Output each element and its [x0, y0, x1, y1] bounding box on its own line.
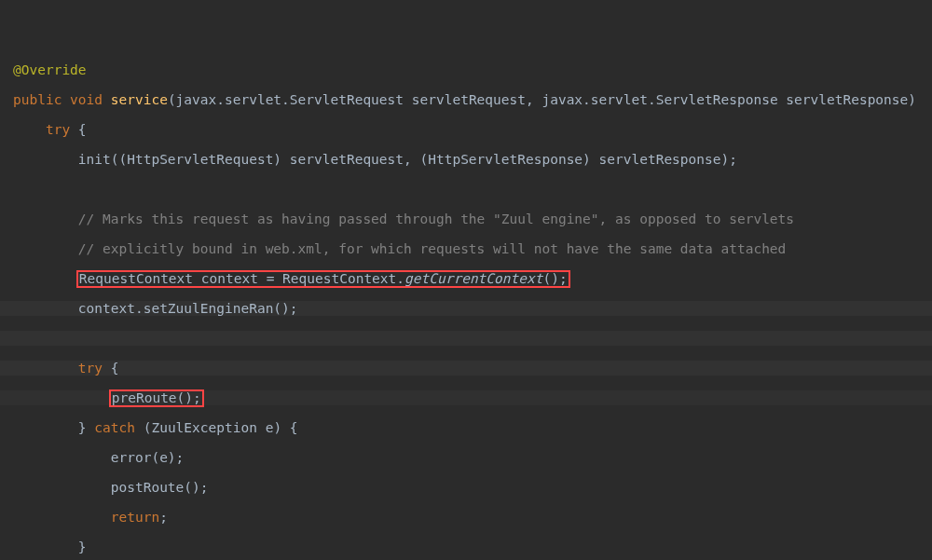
code-line: public void service(javax.servlet.Servle…: [0, 92, 932, 107]
code-editor[interactable]: @Override public void service(javax.serv…: [0, 48, 932, 560]
code-line: [0, 331, 932, 346]
code-line: // explicitly bound in web.xml, for whic…: [0, 241, 932, 256]
code-line: error(e);: [0, 450, 932, 465]
highlight-box: preRoute();: [109, 389, 204, 407]
code-line: try {: [0, 122, 932, 137]
code-line: [0, 182, 932, 197]
code-line: context.setZuulEngineRan();: [0, 301, 932, 316]
code-line: postRoute();: [0, 480, 932, 495]
code-line: return;: [0, 510, 932, 525]
code-line: try {: [0, 361, 932, 376]
highlight-box: RequestContext context = RequestContext.…: [76, 270, 570, 288]
code-line: }: [0, 540, 932, 554]
code-line: init((HttpServletRequest) servletRequest…: [0, 152, 932, 167]
code-line: RequestContext context = RequestContext.…: [0, 271, 932, 286]
code-line: } catch (ZuulException e) {: [0, 420, 932, 435]
code-line: // Marks this request as having passed t…: [0, 212, 932, 226]
code-line: @Override: [0, 62, 932, 77]
code-line: preRoute();: [0, 390, 932, 405]
